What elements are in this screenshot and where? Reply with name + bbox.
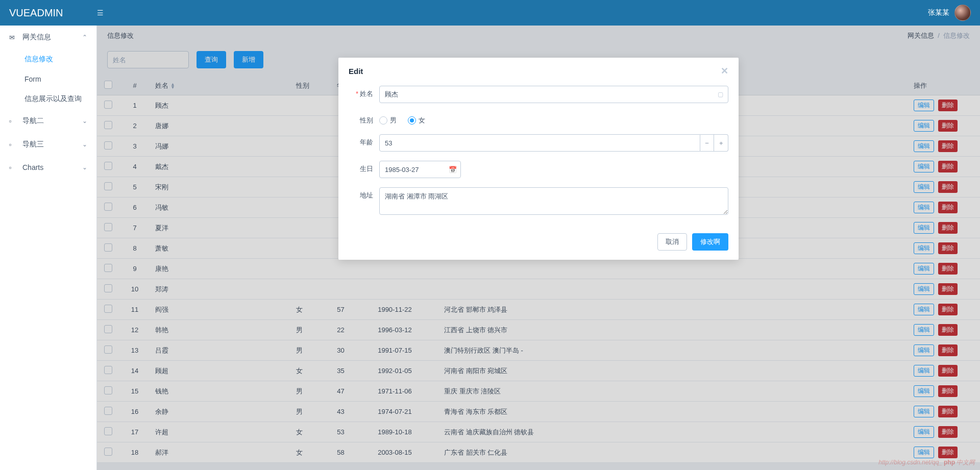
label-gender: 性别 <box>349 112 379 125</box>
label-age: 年龄 <box>349 134 379 147</box>
sidebar-group-label: 导航二 <box>22 116 44 126</box>
label-address: 地址 <box>349 187 379 200</box>
radio-female[interactable]: 女 <box>408 116 425 125</box>
sidebar-group[interactable]: ▫导航二⌄ <box>0 109 96 133</box>
user-name: 张某某 <box>928 8 949 17</box>
edit-dialog: Edit ✕ *姓名 ▢ 性别 男 女 <box>338 58 739 260</box>
main-content: 信息修改 网关信息 / 信息修改 查询 新增 # 姓名▲▼ 性别 年龄 <box>97 26 980 470</box>
cancel-button[interactable]: 取消 <box>657 233 687 251</box>
age-stepper[interactable]: − + <box>379 134 728 152</box>
chevron-icon: ⌄ <box>82 164 87 171</box>
address-input[interactable] <box>379 187 728 215</box>
chevron-icon: ⌄ <box>82 141 87 148</box>
stepper-minus-icon[interactable]: − <box>700 134 715 152</box>
menu-icon: ✉ <box>9 34 18 41</box>
stepper-plus-icon[interactable]: + <box>714 134 728 152</box>
avatar <box>954 5 971 21</box>
label-name: *姓名 <box>349 86 379 98</box>
menu-icon: ▫ <box>9 164 18 171</box>
name-input[interactable] <box>379 86 728 103</box>
app-logo: VUEADMIN <box>9 7 97 19</box>
dialog-title: Edit <box>349 67 363 76</box>
topbar: VUEADMIN ☰ 张某某 <box>0 0 980 26</box>
sidebar-item[interactable]: Form <box>19 69 96 89</box>
input-clear-icon[interactable]: ▢ <box>718 91 723 98</box>
sidebar: ✉网关信息⌃信息修改Form信息展示以及查询▫导航二⌄▫导航三⌄▫Charts⌄ <box>0 26 97 470</box>
chevron-icon: ⌄ <box>82 117 87 125</box>
user-dropdown[interactable]: 张某某 <box>928 5 971 21</box>
sidebar-collapse-button[interactable]: ☰ <box>97 9 104 17</box>
sidebar-group[interactable]: ▫Charts⌄ <box>0 156 96 179</box>
confirm-button[interactable]: 修改啊 <box>692 233 728 251</box>
sidebar-group-label: Charts <box>22 163 43 171</box>
close-icon[interactable]: ✕ <box>721 65 728 77</box>
calendar-icon[interactable]: 📅 <box>449 166 457 174</box>
menu-icon: ▫ <box>9 117 18 125</box>
sidebar-group[interactable]: ▫导航三⌄ <box>0 133 96 156</box>
menu-icon: ▫ <box>9 141 18 149</box>
sidebar-group-label: 网关信息 <box>22 33 51 42</box>
age-input[interactable] <box>379 134 700 152</box>
sidebar-group[interactable]: ✉网关信息⌃ <box>0 26 96 49</box>
radio-male[interactable]: 男 <box>379 116 397 125</box>
label-birth: 生日 <box>349 161 379 174</box>
sidebar-item[interactable]: 信息展示以及查询 <box>19 89 96 109</box>
sidebar-group-label: 导航三 <box>22 140 44 149</box>
sidebar-item[interactable]: 信息修改 <box>19 49 96 69</box>
chevron-icon: ⌃ <box>82 34 87 41</box>
